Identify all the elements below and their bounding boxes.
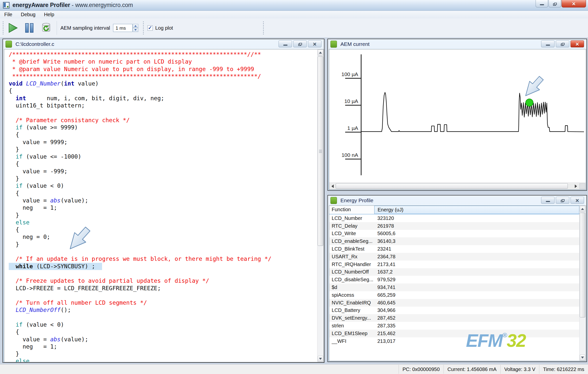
source-code: /***************************************… <box>9 51 316 362</box>
table-row[interactable]: LCD_enableSeg...36140,3 <box>329 237 579 245</box>
code-line <box>9 109 316 116</box>
code-window-titlebar[interactable]: C:\lcdcontroller.c ✕ <box>3 39 324 49</box>
aem-close-button[interactable]: ✕ <box>571 40 584 47</box>
stepper-up-button[interactable] <box>133 24 138 28</box>
table-row[interactable]: __WFI213,017 <box>329 337 579 345</box>
table-header: Function Energy (uJ) <box>329 206 579 214</box>
table-row[interactable]: RTC_Delay261978 <box>329 222 579 230</box>
scroll-down-button[interactable] <box>580 355 585 361</box>
scroll-down-button[interactable] <box>318 356 323 362</box>
scrollbar-corner <box>580 183 585 189</box>
restore-icon <box>553 3 557 6</box>
code-line: void LCD_Number(int value) <box>9 80 316 87</box>
current-waveform <box>361 93 584 132</box>
close-icon: ✕ <box>575 42 579 47</box>
logo-efm-text: EFM <box>466 331 502 351</box>
y-tick-label: 1 µA <box>347 125 358 131</box>
right-arrow-icon <box>575 185 577 188</box>
scroll-left-button[interactable] <box>330 183 335 189</box>
scroll-right-button[interactable] <box>573 183 579 189</box>
energy-minimize-button[interactable] <box>541 197 555 204</box>
code-line: value = abs(value); <box>9 336 316 343</box>
current-chart: 100 µA10 µA1 µA100 nA <box>329 49 586 183</box>
code-restore-button[interactable] <box>293 40 307 47</box>
table-row[interactable]: RTC_IRQHandler2173,41 <box>329 261 579 268</box>
stepper-down-button[interactable] <box>133 28 138 32</box>
column-header-function[interactable]: Function <box>329 206 374 214</box>
energy-cell: 36140,3 <box>374 238 395 244</box>
code-line: /* Turn off all number LCD segments */ <box>9 299 316 306</box>
table-row[interactable]: LCD_Write56005,6 <box>329 230 579 238</box>
code-window-title: C:\lcdcontroller.c <box>15 41 54 47</box>
reset-button[interactable] <box>41 22 51 33</box>
scroll-thumb[interactable] <box>318 56 323 246</box>
menu-help[interactable]: Help <box>40 11 58 18</box>
sampling-interval-label: AEM sampling interval <box>60 25 110 31</box>
energy-restore-button[interactable] <box>556 197 569 204</box>
restore-button[interactable] <box>549 0 561 7</box>
code-line: value = -999; <box>9 168 316 175</box>
energy-vertical-scrollbar[interactable] <box>579 206 586 361</box>
chart-icon <box>330 41 337 48</box>
table-row[interactable]: $d934,741 <box>329 283 579 291</box>
function-cell: RTC_Delay <box>329 223 374 229</box>
menu-debug[interactable]: Debug <box>16 11 40 18</box>
log-plot-checkbox[interactable] <box>147 25 153 31</box>
app-name: energyAware Profiler <box>12 2 70 8</box>
column-header-energy[interactable]: Energy (uJ) <box>374 206 579 214</box>
code-close-button[interactable]: ✕ <box>308 40 321 47</box>
table-row[interactable]: LCD_Number323120 <box>329 214 579 222</box>
play-button[interactable] <box>8 23 18 33</box>
energy-close-button[interactable]: ✕ <box>571 197 584 204</box>
function-cell: LCD_disableSeg... <box>329 277 374 282</box>
minimize-button[interactable] <box>536 0 548 7</box>
table-icon <box>330 197 337 204</box>
code-vertical-scrollbar[interactable] <box>317 49 324 362</box>
table-row[interactable]: USART_Rx2364,78 <box>329 253 579 261</box>
function-cell: LCD_Write <box>329 231 374 236</box>
code-editor-area[interactable]: /***************************************… <box>4 49 324 362</box>
logo-registered-mark: ® <box>502 331 507 339</box>
up-arrow-icon <box>134 25 137 27</box>
table-row[interactable]: LCD_disableSeg...979,529 <box>329 276 579 283</box>
close-button[interactable]: ✕ <box>562 0 586 7</box>
aem-chart-area[interactable]: 100 µA10 µA1 µA100 nA <box>329 49 586 190</box>
scroll-thumb[interactable] <box>580 213 585 317</box>
code-minimize-button[interactable] <box>279 40 292 47</box>
table-row[interactable]: LCD_NumberOff1637,2 <box>329 268 579 276</box>
aem-restore-button[interactable] <box>556 40 569 47</box>
table-row[interactable]: LCD_Battery304,966 <box>329 307 579 314</box>
close-icon: ✕ <box>572 1 576 6</box>
down-arrow-icon <box>134 29 137 31</box>
pause-button[interactable] <box>25 23 34 33</box>
function-cell: LCD_enableSeg... <box>329 238 374 244</box>
aem-window-titlebar[interactable]: AEM current ✕ <box>328 39 587 49</box>
table-row[interactable]: DVK_setEnergy...287,452 <box>329 314 579 322</box>
sampling-interval-input[interactable]: 1 ms <box>113 24 133 32</box>
table-row[interactable]: LCD_BlinkTest23241 <box>329 245 579 253</box>
menu-file[interactable]: File <box>0 11 16 18</box>
table-row[interactable]: spiAccess665,259 <box>329 291 579 299</box>
table-row[interactable]: strlen287,335 <box>329 322 579 330</box>
code-line: } <box>9 241 316 248</box>
energy-cell: 287,335 <box>374 323 395 329</box>
code-line: if (value < 0) <box>9 182 316 189</box>
scroll-up-button[interactable] <box>580 206 585 212</box>
aem-horizontal-scrollbar[interactable] <box>329 183 586 189</box>
app-window: energyAware Profiler - www.energymicro.c… <box>0 0 588 374</box>
code-line <box>9 248 316 255</box>
code-line: { <box>9 87 316 94</box>
table-row[interactable]: NVIC_EnableIRQ460,645 <box>329 299 579 307</box>
code-line: } <box>9 175 316 182</box>
code-line: /* Freeze updates to avoid partial updat… <box>9 277 316 284</box>
table-row[interactable]: LCD_EM1Sleep215,462 <box>329 330 579 337</box>
y-tick-label: 10 µA <box>344 98 358 104</box>
efm32-logo: EFM®32 <box>466 330 526 351</box>
aem-minimize-button[interactable] <box>541 40 555 47</box>
energy-window-titlebar[interactable]: Energy Profile ✕ <box>328 195 587 205</box>
code-line: if (value >= 9999) <box>9 124 316 131</box>
aem-window-title: AEM current <box>340 41 370 47</box>
scroll-up-button[interactable] <box>318 50 323 56</box>
scroll-thumb[interactable] <box>336 183 568 189</box>
function-cell: DVK_setEnergy... <box>329 315 374 321</box>
